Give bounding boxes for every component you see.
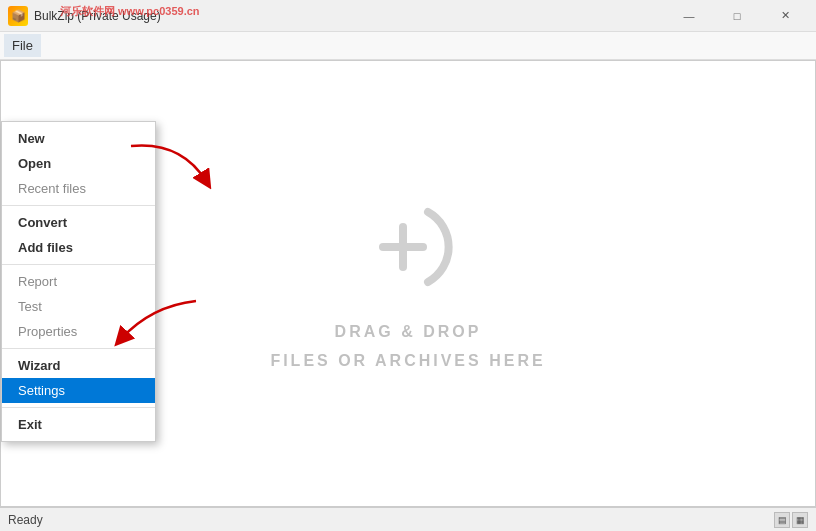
menu-item-exit[interactable]: Exit bbox=[2, 412, 155, 437]
menu-separator-2 bbox=[2, 264, 155, 265]
menu-item-test[interactable]: Test bbox=[2, 294, 155, 319]
menu-item-properties[interactable]: Properties bbox=[2, 319, 155, 344]
dropdown-menu: New Open Recent files Convert Add files … bbox=[1, 121, 156, 442]
menu-item-new[interactable]: New bbox=[2, 126, 155, 151]
drop-zone-icon bbox=[353, 192, 463, 302]
menu-separator-4 bbox=[2, 407, 155, 408]
status-text: Ready bbox=[8, 513, 43, 527]
menu-item-open[interactable]: Open bbox=[2, 151, 155, 176]
drop-zone: DRAG & DROP FILES OR ARCHIVES HERE bbox=[270, 192, 545, 376]
status-icon-2: ▦ bbox=[792, 512, 808, 528]
menu-separator-3 bbox=[2, 348, 155, 349]
status-icon-1: ▤ bbox=[774, 512, 790, 528]
main-area: DRAG & DROP FILES OR ARCHIVES HERE New O… bbox=[0, 60, 816, 507]
status-bar: Ready ▤ ▦ bbox=[0, 507, 816, 531]
menu-item-convert[interactable]: Convert bbox=[2, 210, 155, 235]
watermark: 河乐软件网 www.pc0359.cn bbox=[60, 4, 200, 19]
menu-item-recent-files[interactable]: Recent files bbox=[2, 176, 155, 201]
title-bar: 📦 BulkZip (Private Usage) 河乐软件网 www.pc03… bbox=[0, 0, 816, 32]
status-bar-right: ▤ ▦ bbox=[774, 512, 808, 528]
title-bar-controls: — □ ✕ bbox=[666, 0, 808, 32]
file-menu-trigger[interactable]: File bbox=[4, 34, 41, 57]
menu-item-settings[interactable]: Settings bbox=[2, 378, 155, 403]
minimize-button[interactable]: — bbox=[666, 0, 712, 32]
maximize-button[interactable]: □ bbox=[714, 0, 760, 32]
drop-text: DRAG & DROP FILES OR ARCHIVES HERE bbox=[270, 318, 545, 376]
close-button[interactable]: ✕ bbox=[762, 0, 808, 32]
menu-item-add-files[interactable]: Add files bbox=[2, 235, 155, 260]
app-icon: 📦 bbox=[8, 6, 28, 26]
menu-bar: File bbox=[0, 32, 816, 60]
menu-item-wizard[interactable]: Wizard bbox=[2, 353, 155, 378]
menu-separator-1 bbox=[2, 205, 155, 206]
menu-item-report[interactable]: Report bbox=[2, 269, 155, 294]
